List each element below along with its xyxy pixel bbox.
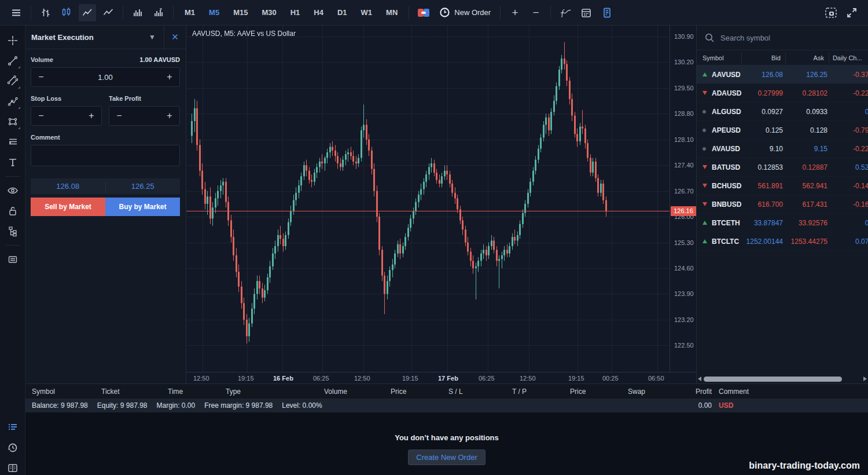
positions-column-volume[interactable]: Volume bbox=[324, 388, 391, 396]
price-tick-label: 126.70 bbox=[674, 188, 694, 195]
watch-row-apeusd[interactable]: APEUSD0.1250.128-0.79% bbox=[697, 121, 868, 140]
bars-chart-type-button[interactable] bbox=[37, 4, 54, 21]
channel-tool-button[interactable] bbox=[4, 72, 21, 90]
timeframe-m15[interactable]: M15 bbox=[228, 4, 253, 21]
comment-label: Comment bbox=[31, 134, 180, 141]
create-new-order-button[interactable]: Create New Order bbox=[408, 450, 485, 465]
watch-row-algusd[interactable]: ALGUSD0.09270.09330% bbox=[697, 103, 868, 121]
bid-price: 0.27999 bbox=[742, 89, 788, 97]
ask-price: 9.15 bbox=[788, 145, 832, 153]
hide-objects-button[interactable] bbox=[4, 182, 21, 199]
volume-increase-button[interactable]: + bbox=[160, 72, 179, 82]
watch-row-adausd[interactable]: ADAUSD0.279990.28102-0.22% bbox=[697, 84, 868, 103]
area-chart-type-button[interactable] bbox=[79, 4, 96, 21]
journal-tab-button[interactable] bbox=[4, 459, 21, 475]
horizontal-scrollbar[interactable] bbox=[698, 376, 867, 382]
watch-row-btcltc[interactable]: BTCLTC1252.001441253.442750.07% bbox=[697, 232, 868, 251]
one-click-trading-button[interactable] bbox=[415, 4, 432, 21]
positions-column-time[interactable]: Time bbox=[168, 388, 226, 396]
column-header-symbol[interactable]: Symbol bbox=[697, 53, 741, 63]
candlestick-chart[interactable] bbox=[186, 25, 670, 372]
scroll-left-icon[interactable] bbox=[698, 377, 701, 381]
positions-column-profit[interactable]: Profit bbox=[689, 388, 712, 396]
stop-loss-decrease-button[interactable]: − bbox=[31, 111, 51, 121]
polyline-tool-button[interactable] bbox=[4, 93, 21, 110]
line-chart-type-button[interactable] bbox=[100, 4, 117, 21]
levels-tool-button[interactable] bbox=[4, 133, 21, 151]
watch-row-bnbusd[interactable]: BNBUSD616.700617.431-0.16% bbox=[697, 195, 868, 214]
price-axis[interactable]: 130.90130.20129.50128.80128.10127.40126.… bbox=[670, 25, 696, 372]
watch-row-batusd[interactable]: BATUSD0.128530.128870.52% bbox=[697, 158, 868, 177]
chevron-down-icon[interactable]: ▼ bbox=[141, 33, 164, 41]
object-tree-button[interactable] bbox=[4, 222, 21, 240]
scroll-right-icon[interactable] bbox=[863, 377, 867, 381]
arrow-down-icon bbox=[703, 91, 707, 95]
volume-input[interactable] bbox=[51, 73, 160, 82]
positions-column-s-l[interactable]: S / L bbox=[448, 388, 512, 396]
history-tab-button[interactable] bbox=[4, 439, 21, 456]
zoom-out-button[interactable]: − bbox=[527, 4, 545, 21]
remove-objects-button[interactable] bbox=[4, 251, 21, 268]
price-tick-label: 130.20 bbox=[674, 59, 694, 65]
candles-chart-icon bbox=[61, 7, 72, 19]
trade-tab-button[interactable] bbox=[4, 419, 21, 436]
tick-volumes-button[interactable] bbox=[150, 4, 167, 21]
sell-by-market-button[interactable]: Sell by Market bbox=[31, 198, 105, 216]
watch-row-btceth[interactable]: BTCETH33.8784733.925760% bbox=[697, 214, 868, 232]
price-tick-label: 129.50 bbox=[674, 85, 694, 92]
search-symbol-input[interactable] bbox=[720, 34, 836, 42]
take-profit-decrease-button[interactable]: − bbox=[109, 111, 129, 121]
indicators-button[interactable]: f bbox=[557, 4, 574, 21]
trendline-tool-button[interactable] bbox=[4, 52, 21, 70]
positions-column-type[interactable]: Type bbox=[226, 388, 324, 396]
bid-price: 561.891 bbox=[742, 182, 788, 190]
balance-item: Level: 0.00% bbox=[282, 401, 322, 410]
watch-row-bchusd[interactable]: BCHUSD561.891562.941-0.14% bbox=[697, 177, 868, 195]
objects-list-button[interactable] bbox=[598, 4, 616, 21]
scrollbar-thumb[interactable] bbox=[704, 377, 842, 382]
positions-column-symbol[interactable]: Symbol bbox=[32, 388, 101, 396]
time-axis[interactable]: 12:5019:1516 Feb06:2512:5019:1517 Feb06:… bbox=[186, 372, 696, 383]
new-order-button[interactable]: New Order bbox=[436, 4, 494, 21]
timeframe-h4[interactable]: H4 bbox=[308, 4, 329, 21]
comment-input[interactable] bbox=[31, 145, 180, 166]
timeframe-m30[interactable]: M30 bbox=[256, 4, 281, 21]
positions-column-comment[interactable]: Comment bbox=[719, 388, 868, 396]
timeframe-m1[interactable]: M1 bbox=[179, 4, 200, 21]
close-panel-button[interactable]: ✕ bbox=[164, 25, 186, 49]
timeframe-m5[interactable]: M5 bbox=[204, 4, 225, 21]
fullscreen-button[interactable] bbox=[843, 4, 860, 21]
column-header-ask[interactable]: Ask bbox=[785, 53, 829, 63]
buy-by-market-button[interactable]: Buy by Market bbox=[105, 198, 180, 216]
timeframe-h1[interactable]: H1 bbox=[285, 4, 306, 21]
positions-column-price[interactable]: Price bbox=[570, 388, 628, 396]
candles-chart-type-button[interactable] bbox=[58, 4, 75, 21]
zoom-in-button[interactable]: + bbox=[506, 4, 524, 21]
positions-table-header: SymbolTicketTimeTypeVolumePriceS / LT / … bbox=[25, 383, 868, 399]
timeframe-w1[interactable]: W1 bbox=[356, 4, 378, 21]
watch-row-avausd[interactable]: AVAUSD9.109.15-0.22% bbox=[697, 140, 868, 158]
take-profit-increase-button[interactable]: + bbox=[160, 111, 179, 121]
daily-change: -0.79% bbox=[832, 126, 868, 134]
menu-button[interactable] bbox=[8, 4, 25, 21]
screenshot-button[interactable] bbox=[822, 4, 840, 21]
arrow-down-icon bbox=[703, 184, 707, 188]
timeframe-mn[interactable]: MN bbox=[381, 4, 403, 21]
price-tick-label: 123.90 bbox=[674, 290, 694, 297]
volumes-button[interactable] bbox=[129, 4, 146, 21]
column-header-daily-ch-[interactable]: Daily Ch... bbox=[829, 53, 868, 63]
positions-column-price[interactable]: Price bbox=[391, 388, 448, 396]
text-tool-button[interactable] bbox=[4, 154, 21, 171]
column-header-bid[interactable]: Bid bbox=[741, 53, 785, 63]
volume-decrease-button[interactable]: − bbox=[31, 72, 51, 82]
crosshair-tool-button[interactable] bbox=[4, 32, 21, 49]
timeframe-d1[interactable]: D1 bbox=[332, 4, 352, 21]
shapes-tool-button[interactable] bbox=[4, 113, 21, 130]
lock-objects-button[interactable] bbox=[4, 202, 21, 220]
economic-calendar-button[interactable] bbox=[578, 4, 595, 21]
stop-loss-increase-button[interactable]: + bbox=[82, 111, 101, 121]
positions-column-swap[interactable]: Swap bbox=[628, 388, 689, 396]
positions-column-t-p[interactable]: T / P bbox=[512, 388, 570, 396]
watch-row-aavusd[interactable]: AAVUSD126.08126.25-0.37% bbox=[697, 65, 868, 84]
positions-column-ticket[interactable]: Ticket bbox=[101, 388, 168, 396]
